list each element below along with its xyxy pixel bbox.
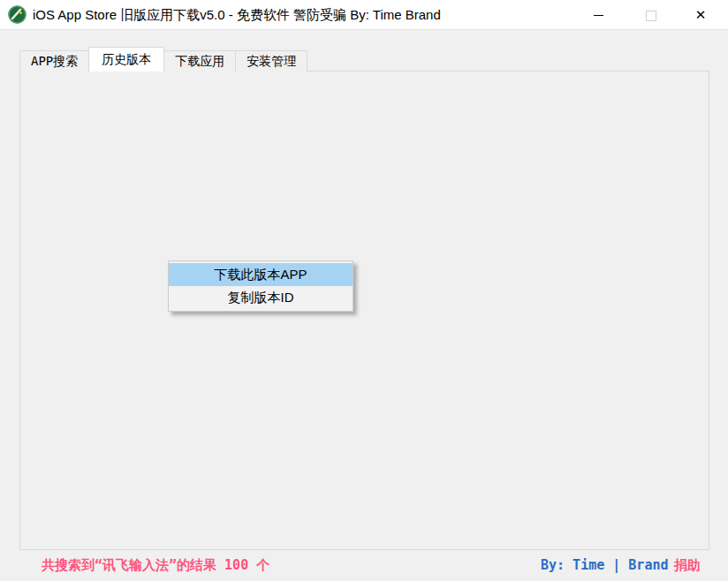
maximize-button [629,0,673,29]
status-bar: 共搜索到“讯飞输入法”的结果 100 个 By: Time | Brand 捐助 [0,549,728,581]
close-icon: ✕ [695,7,707,22]
tab-page-panel [19,71,709,550]
maximize-icon [646,11,656,21]
app-icon [8,5,27,24]
tab-1[interactable]: 历史版本 [88,47,164,72]
minimize-icon [594,15,603,16]
context-menu: 下载此版本APP复制版本ID [168,260,353,312]
context-menu-item-1[interactable]: 复制版本ID [169,286,353,309]
window-title: iOS App Store 旧版应用下载v5.0 - 免费软件 警防受骗 By:… [33,0,441,29]
title-bar: iOS App Store 旧版应用下载v5.0 - 免费软件 警防受骗 By:… [0,0,728,30]
context-menu-item-0[interactable]: 下载此版本APP [169,263,353,286]
tab-strip: APP搜索历史版本下载应用安装管理 [19,47,307,72]
tab-2[interactable]: 下载应用 [163,50,236,72]
tab-3[interactable]: 安装管理 [235,50,307,72]
credit-text: By: Time | Brand [541,557,669,573]
close-button[interactable]: ✕ [679,0,723,29]
donate-link[interactable]: 捐助 [674,557,701,574]
tab-0[interactable]: APP搜索 [19,50,89,72]
minimize-button[interactable] [576,0,620,29]
search-result-text: 共搜索到“讯飞输入法”的结果 100 个 [42,557,269,574]
